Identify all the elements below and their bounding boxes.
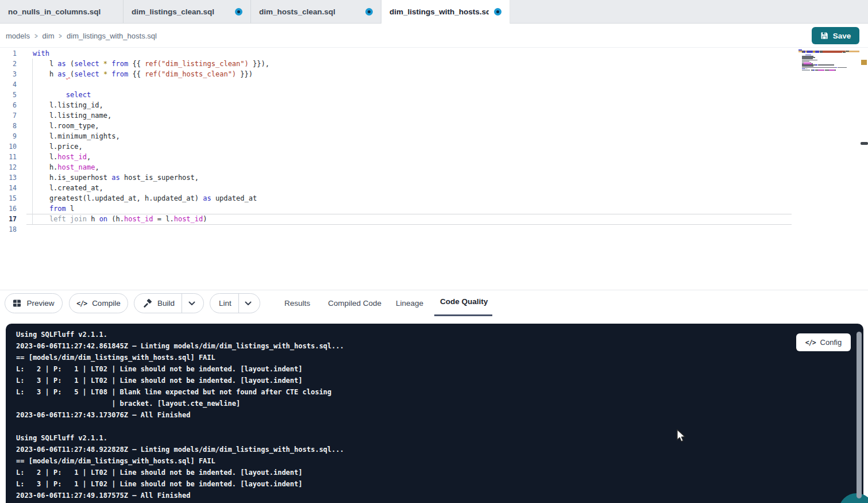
lint-dropdown-button[interactable] [238,294,258,313]
code-text: l.host_id, [17,152,91,162]
code-line[interactable]: 1with [0,48,269,59]
unsaved-changes-icon [235,8,242,16]
tab-dim-hosts-clean[interactable]: dim_hosts_clean.sql [251,0,381,23]
terminal-line: Using SQLFluff v2.1.1. [16,432,344,444]
compile-label: Compile [92,299,121,308]
code-line[interactable]: 17 left join h on (h.host_id = l.host_id… [0,214,269,224]
build-dropdown-button[interactable] [182,294,201,313]
tab-no-nulls-in-columns[interactable]: no_nulls_in_columns.sql [0,0,124,23]
tab-label: no_nulls_in_columns.sql [8,7,101,16]
save-label: Save [833,32,851,40]
code-line[interactable]: 8 l.room_type, [0,121,269,131]
line-number: 5 [0,90,17,100]
code-text: select [17,90,91,100]
code-line[interactable]: 5 select [0,90,269,100]
code-text [17,79,33,90]
lint-split-button: Lint [210,293,260,313]
chevron-right-icon: > [34,32,37,40]
build-label: Build [157,299,175,308]
code-line[interactable]: 15 greatest(l.updated_at, h.updated_at) … [0,193,269,203]
terminal-line: Using SQLFluff v2.1.1. [16,329,344,340]
code-line[interactable]: 4 [0,79,269,90]
save-button[interactable]: Save [812,27,859,44]
editor-scrollbar-marker[interactable] [861,142,868,145]
tab-label: Lineage [396,299,423,308]
code-text: l.created_at, [17,183,103,193]
minimap[interactable] [798,49,859,72]
code-line[interactable]: 6 l.listing_id, [0,100,269,110]
help-fab[interactable] [839,493,868,503]
code-text: h.host_name, [17,162,99,172]
code-line[interactable]: 16 from l [0,203,269,214]
line-number: 7 [0,110,17,121]
code-line[interactable]: 12 h.host_name, [0,162,269,172]
code-text [17,224,33,235]
terminal-scrollbar[interactable] [857,332,862,498]
overview-ruler-warning-marker [861,60,867,65]
line-number: 13 [0,172,17,183]
terminal-line: 2023-06-06T11:27:42.861845Z — Linting mo… [16,340,344,352]
code-line[interactable]: 18 [0,224,269,235]
line-number: 11 [0,152,17,162]
line-number: 3 [0,69,17,79]
minimap-line [798,71,859,72]
tab-label: Results [284,299,310,308]
tab-results[interactable]: Results [284,290,310,316]
code-editor[interactable]: 1with2 l as (select * from {{ ref("dim_l… [0,48,868,290]
tab-dim-listings-with-hosts[interactable]: dim_listings_with_hosts.sql [381,0,510,24]
tab-code-quality[interactable]: Code Quality [440,289,488,314]
tab-label: dim_hosts_clean.sql [259,7,335,16]
tab-label: dim_listings_with_hosts.sql [389,7,489,16]
code-line[interactable]: 10 l.price, [0,141,269,152]
floppy-disk-icon [820,32,828,40]
code-text: l.room_type, [17,121,99,131]
config-label: Config [820,338,842,347]
terminal-line: L: 2 | P: 1 | LT02 | Line should not be … [16,363,344,375]
terminal-line: L: 2 | P: 1 | LT02 | Line should not be … [16,467,344,478]
preview-label: Preview [26,299,54,308]
code-line[interactable]: 13 h.is_superhost as host_is_superhost, [0,172,269,183]
code-icon: </> [805,339,816,347]
code-text: h.is_superhost as host_is_superhost, [17,172,199,183]
line-number: 15 [0,193,17,203]
config-button[interactable]: </> Config [796,333,851,351]
terminal-line: L: 3 | P: 1 | LT02 | Line should not be … [16,375,344,386]
code-text: left join h on (h.host_id = l.host_id) [17,214,207,224]
code-line[interactable]: 9 l.minimum_nights, [0,131,269,141]
build-split-button: Build [134,293,204,313]
code-text: greatest(l.updated_at, h.updated_at) as … [17,193,257,203]
code-line[interactable]: 2 l as (select * from {{ ref("dim_listin… [0,59,269,69]
preview-button[interactable]: Preview [5,293,63,313]
line-number: 4 [0,79,17,90]
breadcrumb-item-models[interactable]: models [6,32,30,40]
code-line[interactable]: 11 l.host_id, [0,152,269,162]
tab-dim-listings-clean[interactable]: dim_listings_clean.sql [124,0,251,23]
compile-button[interactable]: </> Compile [69,293,128,313]
code-text: l.listing_id, [17,100,103,110]
code-line[interactable]: 14 l.created_at, [0,183,269,193]
tab-compiled-code[interactable]: Compiled Code [328,290,381,316]
line-number: 16 [0,203,17,214]
code-text: l.listing_name, [17,110,111,121]
code-text: l as (select * from {{ ref("dim_listings… [17,59,269,69]
action-toolbar: Preview </> Compile Build Lint [0,290,868,316]
tab-lineage[interactable]: Lineage [396,290,423,316]
tab-label: dim_listings_clean.sql [132,7,214,16]
breadcrumb: models > dim > dim_listings_with_hosts.s… [6,24,157,48]
breadcrumb-item-dim[interactable]: dim [43,32,55,40]
line-number: 12 [0,162,17,172]
terminal-line: == [models/dim/dim_listings_with_hosts.s… [16,455,344,467]
lint-button[interactable]: Lint [210,294,238,313]
terminal-line: | bracket. [layout.cte_newline] [16,398,344,409]
line-number: 18 [0,224,17,235]
file-header-bar: models > dim > dim_listings_with_hosts.s… [0,24,868,48]
tab-label: Compiled Code [328,299,381,308]
terminal-output: Using SQLFluff v2.1.1.2023-06-06T11:27:4… [16,329,344,501]
terminal-line: L: 3 | P: 1 | LT02 | Line should not be … [16,478,344,490]
code-line[interactable]: 7 l.listing_name, [0,110,269,121]
code-text: with [17,48,49,59]
build-button[interactable]: Build [134,294,182,313]
line-number: 6 [0,100,17,110]
code-lines: 1with2 l as (select * from {{ ref("dim_l… [0,48,269,235]
code-line[interactable]: 3 h as (select * from {{ ref("dim_hosts_… [0,69,269,79]
